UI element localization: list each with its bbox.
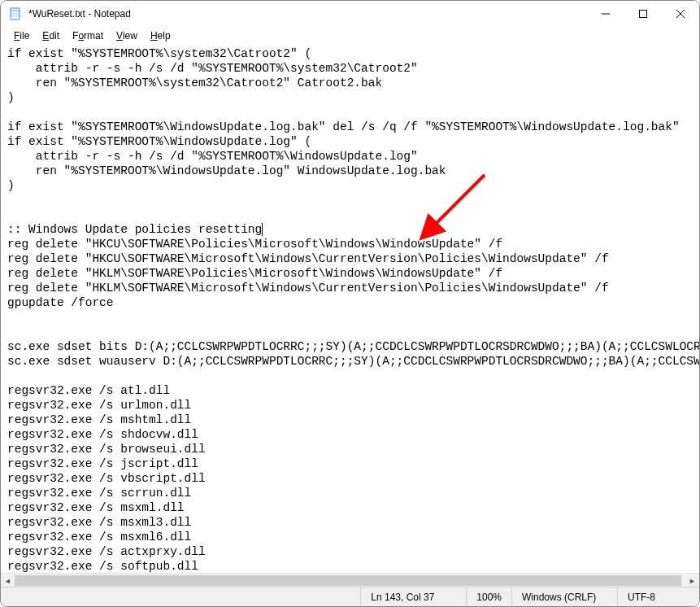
scroll-left-arrow[interactable]: ◄ [1, 574, 15, 587]
status-line-ending: Windows (CRLF) [512, 587, 618, 606]
notepad-icon [9, 7, 22, 20]
status-encoding: UTF-8 [618, 587, 699, 606]
menubar: File Edit Format View Help [1, 27, 699, 45]
statusbar: Ln 143, Col 37 100% Windows (CRLF) UTF-8 [1, 587, 699, 606]
menu-format[interactable]: Format [66, 28, 110, 44]
scroll-thumb[interactable] [15, 575, 681, 586]
menu-view[interactable]: View [110, 28, 144, 44]
maximize-button[interactable] [624, 1, 662, 27]
menu-file[interactable]: File [7, 28, 36, 44]
svg-rect-6 [640, 11, 647, 18]
editor-area[interactable]: if exist "%SYSTEMROOT%\system32\Catroot2… [1, 45, 699, 573]
scroll-right-arrow[interactable]: ► [685, 574, 699, 587]
close-button[interactable] [662, 1, 699, 27]
menu-help[interactable]: Help [144, 28, 177, 44]
editor-text[interactable]: if exist "%SYSTEMROOT%\system32\Catroot2… [1, 45, 699, 573]
menu-edit[interactable]: Edit [36, 28, 66, 44]
status-zoom: 100% [467, 587, 512, 606]
window-title: *WuReset.txt - Notepad [28, 8, 587, 20]
titlebar: *WuReset.txt - Notepad [1, 1, 699, 27]
status-position: Ln 143, Col 37 [361, 587, 467, 606]
svg-rect-0 [11, 8, 20, 20]
horizontal-scrollbar[interactable]: ◄ ► [1, 573, 699, 587]
window-controls [587, 1, 699, 27]
minimize-button[interactable] [587, 1, 624, 27]
